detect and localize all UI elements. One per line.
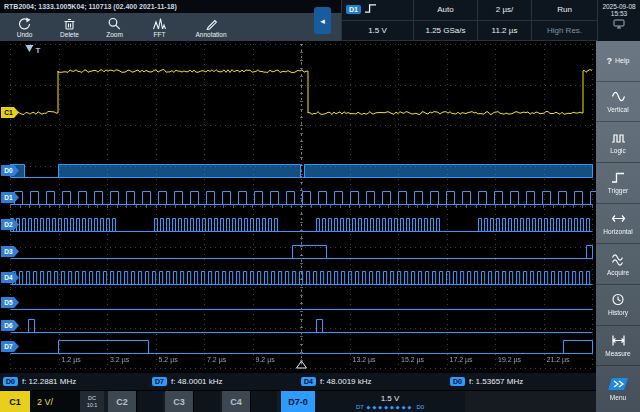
sidebar-item-label: Vertical bbox=[607, 106, 628, 113]
acquisition-mode[interactable]: High Res. bbox=[531, 21, 597, 42]
datetime-display: 2025-09-08 15:53 bbox=[597, 0, 640, 41]
left-right-arrow-icon bbox=[611, 212, 626, 226]
channel-c2-tab[interactable]: C2 bbox=[108, 391, 136, 412]
acquisition-state[interactable]: Run bbox=[531, 0, 597, 21]
logic-msb-label: D7 bbox=[356, 404, 364, 410]
sidebar-item-vertical[interactable]: Vertical bbox=[596, 82, 640, 123]
sidebar-item-label: History bbox=[608, 309, 628, 316]
channel-c3-scale bbox=[193, 391, 220, 412]
trigger-edge-icon bbox=[611, 171, 626, 185]
sidebar-item-label: Horizontal bbox=[603, 228, 632, 235]
channel-c4-tab[interactable]: C4 bbox=[222, 391, 250, 412]
trigger-source-cell[interactable]: D1 bbox=[341, 0, 413, 21]
measurement-slot-4[interactable]: D0 f: 1.53657 MHz bbox=[447, 377, 596, 386]
sidebar-item-label: Menu bbox=[610, 394, 626, 401]
sidebar-menu: ? Help Vertical Logic Trigger Horizontal… bbox=[596, 41, 640, 412]
annotation-button[interactable]: Annotation bbox=[182, 14, 240, 40]
measurement-slot-2[interactable]: D7 f: 48.0001 kHz bbox=[149, 377, 298, 386]
undo-icon bbox=[17, 17, 32, 30]
sidebar-item-acquire[interactable]: Acquire bbox=[596, 244, 640, 285]
channel-c2-scale bbox=[136, 391, 163, 412]
channel-c1-tab[interactable]: C1 bbox=[0, 391, 30, 412]
measurement-value: f: 12.2881 MHz bbox=[22, 377, 76, 386]
collapse-arrow-icon: ◂ bbox=[320, 16, 325, 26]
channel-c1-coupling[interactable]: DC 10:1 bbox=[80, 391, 104, 412]
channel-bar: C1 2 V/ DC 10:1 C2 C3 C4 D7-0 1.5 V D7 ◆… bbox=[0, 390, 596, 412]
trash-icon bbox=[62, 17, 77, 30]
status-area: D1 Auto 2 µs/ Run 1.5 V 1.25 GSa/s 11.2 … bbox=[341, 0, 597, 41]
probe-ratio-label: 10:1 bbox=[87, 402, 98, 408]
zoom-label: Zoom bbox=[106, 31, 123, 38]
channel-c1-scale[interactable]: 2 V/ bbox=[30, 391, 80, 412]
graticule: C1D0D1D2D3D4D5D6D7 1.2 µs3.2 µs5.2 µs7.2… bbox=[0, 41, 596, 372]
trigger-mode[interactable]: Auto bbox=[413, 0, 477, 21]
measurement-value: f: 48.0019 kHz bbox=[320, 377, 372, 386]
measurement-source-badge: D0 bbox=[450, 377, 465, 386]
channel-c3-tab[interactable]: C3 bbox=[165, 391, 193, 412]
zoom-button[interactable]: Zoom bbox=[92, 14, 137, 40]
logic-pod-tab[interactable]: D7-0 bbox=[281, 391, 315, 412]
measurement-value: f: 1.53657 MHz bbox=[469, 377, 523, 386]
measurement-bar: D0 f: 12.2881 MHz D7 f: 48.0001 kHz D4 f… bbox=[0, 372, 596, 390]
measurement-slot-1[interactable]: D0 f: 12.2881 MHz bbox=[0, 377, 149, 386]
measurement-source-badge: D7 bbox=[152, 377, 167, 386]
measurement-slot-3[interactable]: D4 f: 48.0019 kHz bbox=[298, 377, 447, 386]
pencil-icon bbox=[204, 17, 219, 30]
question-icon: ? bbox=[607, 56, 613, 66]
magnifier-icon bbox=[107, 17, 122, 30]
toolbar-collapse-button[interactable]: ◂ bbox=[314, 7, 331, 34]
trigger-source-badge: D1 bbox=[346, 5, 361, 14]
measurement-source-badge: D0 bbox=[3, 377, 18, 386]
date-text: 2025-09-08 bbox=[598, 3, 640, 10]
sidebar-item-menu[interactable]: Menu bbox=[596, 366, 640, 412]
time-text: 15:53 bbox=[598, 10, 640, 17]
annotation-label: Annotation bbox=[195, 31, 226, 38]
channel-c4-scale bbox=[250, 391, 277, 412]
sidebar-item-horizontal[interactable]: Horizontal bbox=[596, 204, 640, 245]
undo-button[interactable]: Undo bbox=[2, 14, 47, 40]
fft-label: FFT bbox=[154, 31, 166, 38]
logic-pod-info[interactable]: 1.5 V D7 ◆◆◆◆◆◆◆◆ D0 bbox=[315, 391, 465, 412]
sidebar-item-label: Help bbox=[615, 57, 629, 64]
sample-rate: 1.25 GSa/s bbox=[413, 21, 477, 42]
rising-edge-icon bbox=[364, 3, 377, 16]
device-info-bar: RTB2004; 1333.1005K04; 110713 (02.400 20… bbox=[0, 0, 341, 13]
sidebar-item-trigger[interactable]: Trigger bbox=[596, 163, 640, 204]
undo-label: Undo bbox=[17, 31, 33, 38]
spectrum-icon bbox=[152, 17, 167, 30]
logic-bit-states: ◆◆◆◆◆◆◆◆ bbox=[367, 404, 414, 410]
logic-lsb-label: D0 bbox=[416, 404, 424, 410]
sidebar-item-label: Measure bbox=[605, 350, 630, 357]
square-wave-icon bbox=[611, 131, 626, 145]
delete-button[interactable]: Delete bbox=[47, 14, 92, 40]
oscilloscope-screen: RTB2004; 1333.1005K04; 110713 (02.400 20… bbox=[0, 0, 640, 412]
overlapping-waves-icon bbox=[611, 253, 626, 267]
monitor-icon[interactable] bbox=[598, 19, 640, 30]
trigger-level[interactable]: 1.5 V bbox=[341, 21, 413, 42]
measurement-value: f: 48.0001 kHz bbox=[171, 377, 223, 386]
delete-label: Delete bbox=[60, 31, 79, 38]
sidebar-item-history[interactable]: History bbox=[596, 285, 640, 326]
device-info-text: RTB2004; 1333.1005K04; 110713 (02.400 20… bbox=[4, 3, 177, 10]
sidebar-item-measure[interactable]: Measure bbox=[596, 326, 640, 367]
sidebar-item-label: Logic bbox=[610, 147, 626, 154]
logic-threshold: 1.5 V bbox=[381, 394, 400, 403]
sine-wave-icon bbox=[611, 90, 626, 104]
measurement-source-badge: D4 bbox=[301, 377, 316, 386]
clock-icon bbox=[611, 293, 625, 307]
sidebar-item-logic[interactable]: Logic bbox=[596, 122, 640, 163]
rohde-schwarz-logo bbox=[606, 377, 630, 392]
sidebar-item-label: Acquire bbox=[607, 269, 629, 276]
sidebar-item-help[interactable]: ? Help bbox=[596, 41, 640, 82]
calipers-icon bbox=[611, 334, 626, 348]
fft-button[interactable]: FFT bbox=[137, 14, 182, 40]
logic-bit-indicators: D7 ◆◆◆◆◆◆◆◆ D0 bbox=[356, 404, 424, 410]
sidebar-item-label: Trigger bbox=[608, 187, 628, 194]
timebase-scale[interactable]: 2 µs/ bbox=[477, 0, 531, 21]
horizontal-position[interactable]: 11.2 µs bbox=[477, 21, 531, 42]
toolbar: Undo Delete Zoom FFT Annotation bbox=[0, 13, 341, 41]
waveform-display[interactable] bbox=[0, 41, 596, 372]
